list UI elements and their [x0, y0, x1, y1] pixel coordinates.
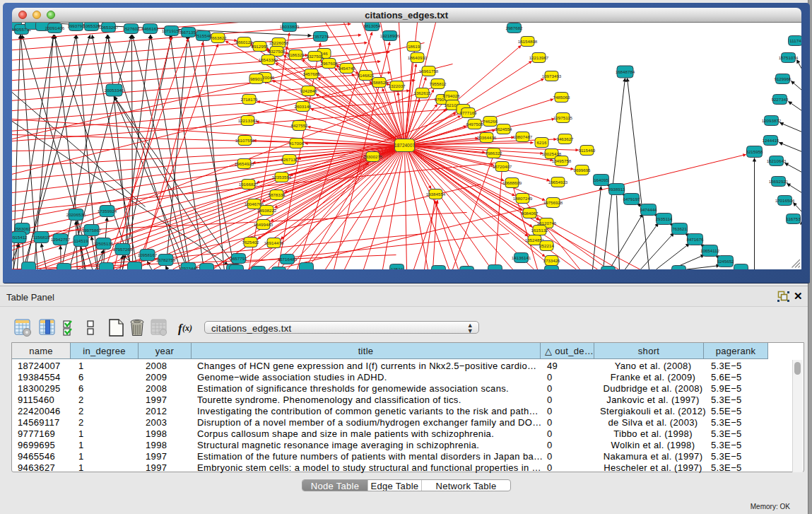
svg-text:2967608: 2967608	[320, 61, 338, 66]
svg-text:3915412: 3915412	[12, 235, 28, 240]
svg-text:19975867: 19975867	[81, 228, 101, 233]
svg-text:8427552: 8427552	[290, 123, 308, 128]
svg-text:10973493: 10973493	[541, 74, 561, 78]
svg-text:7955812: 7955812	[429, 81, 447, 86]
svg-text:19166827: 19166827	[238, 182, 258, 187]
svg-text:9327508: 9327508	[268, 49, 286, 54]
svg-text:1588520: 1588520	[370, 80, 388, 85]
svg-text:20206536: 20206536	[66, 212, 86, 217]
svg-text:1362615: 1362615	[413, 90, 431, 95]
svg-text:17359924: 17359924	[97, 209, 117, 214]
svg-text:12923446: 12923446	[178, 266, 198, 269]
svg-text:9227343: 9227343	[771, 97, 789, 102]
svg-text:12093872: 12093872	[761, 118, 781, 123]
svg-text:2603144: 2603144	[294, 104, 312, 109]
svg-text:6497508: 6497508	[466, 122, 483, 127]
svg-text:9115460: 9115460	[578, 148, 595, 153]
svg-text:9777169: 9777169	[459, 110, 477, 115]
svg-text:164095: 164095	[594, 177, 608, 182]
svg-text:19384554: 19384554	[425, 192, 445, 197]
svg-text:8813054: 8813054	[363, 23, 381, 28]
svg-text:11174: 11174	[789, 38, 801, 43]
svg-text:3215958: 3215958	[746, 149, 763, 154]
svg-text:16914479: 16914479	[264, 240, 283, 245]
svg-text:12213363: 12213363	[237, 118, 257, 123]
svg-text:18807249: 18807249	[512, 196, 532, 201]
svg-text:16107556: 16107556	[235, 138, 254, 143]
svg-text:12942757: 12942757	[50, 237, 70, 242]
svg-text:7485063: 7485063	[553, 95, 570, 100]
svg-text:17957265: 17957265	[112, 247, 132, 252]
svg-text:0699695: 0699695	[573, 168, 591, 173]
svg-text:15226058: 15226058	[269, 40, 288, 45]
svg-text:16499483: 16499483	[253, 222, 273, 227]
svg-text:10653267: 10653267	[98, 25, 118, 30]
svg-text:1156819: 1156819	[33, 235, 49, 240]
svg-text:16210643: 16210643	[766, 158, 786, 163]
svg-text:1527602: 1527602	[122, 26, 140, 31]
svg-text:16543382: 16543382	[258, 57, 278, 62]
svg-text:12524: 12524	[390, 267, 403, 269]
svg-text:10807487: 10807487	[512, 134, 532, 139]
svg-text:114519: 114519	[73, 238, 88, 243]
svg-text:8471676: 8471676	[686, 237, 704, 242]
svg-text:116753: 116753	[786, 216, 801, 221]
svg-text:417006: 417006	[289, 141, 304, 146]
svg-text:7357274: 7357274	[312, 34, 329, 39]
svg-text:16154808: 16154808	[517, 39, 537, 44]
svg-text:1322037: 1322037	[388, 83, 406, 88]
svg-text:2718179: 2718179	[240, 97, 258, 102]
svg-text:16120746: 16120746	[536, 221, 556, 226]
svg-text:16033809: 16033809	[279, 24, 299, 29]
svg-text:20053346: 20053346	[104, 88, 124, 93]
svg-text:10688609: 10688609	[502, 180, 522, 185]
svg-text:(x): (x)	[182, 323, 192, 333]
svg-text:16848784: 16848784	[615, 69, 635, 74]
svg-text:14938222: 14938222	[257, 208, 276, 213]
svg-text:3267130: 3267130	[281, 157, 298, 162]
svg-text:7625402: 7625402	[242, 240, 259, 245]
svg-text:7663822: 7663822	[209, 35, 227, 40]
svg-text:2935114: 2935114	[655, 216, 672, 221]
svg-text:20091406: 20091406	[45, 25, 64, 30]
svg-text:9129966: 9129966	[774, 76, 792, 81]
svg-text:3624554: 3624554	[495, 127, 512, 132]
svg-text:252214: 252214	[539, 243, 554, 248]
svg-text:9474444: 9474444	[640, 207, 657, 212]
svg-text:17016504: 17016504	[775, 198, 794, 203]
svg-text:8186323: 8186323	[287, 52, 305, 57]
svg-text:9327501: 9327501	[306, 54, 324, 59]
svg-text:9146821: 9146821	[357, 73, 375, 78]
svg-text:12505135: 12505135	[93, 241, 113, 246]
svg-text:19756928: 19756928	[543, 200, 563, 205]
svg-text:9463627: 9463627	[556, 136, 574, 141]
svg-text:9242848: 9242848	[300, 88, 317, 93]
svg-text:23300275: 23300275	[363, 154, 382, 159]
svg-text:1733426: 1733426	[543, 258, 560, 263]
svg-text:746266: 746266	[483, 119, 498, 124]
svg-text:12975115: 12975115	[553, 115, 572, 120]
svg-text:18640910: 18640910	[407, 55, 427, 60]
svg-text:9245652: 9245652	[717, 259, 734, 264]
svg-text:9245612: 9245612	[670, 268, 688, 269]
svg-text:763621: 763621	[672, 226, 687, 231]
svg-text:6216: 6216	[536, 140, 546, 145]
svg-text:6466161: 6466161	[141, 26, 159, 31]
svg-text:8938913: 8938913	[608, 187, 625, 192]
svg-text:12353594: 12353594	[271, 175, 291, 180]
svg-text:5878334: 5878334	[268, 192, 286, 197]
svg-text:14136141: 14136141	[511, 255, 531, 260]
svg-text:8660123: 8660123	[235, 40, 253, 45]
svg-text:15751074: 15751074	[778, 55, 798, 60]
svg-text:10025438: 10025438	[541, 151, 561, 156]
svg-text:16782759: 16782759	[155, 257, 175, 262]
svg-text:19218906: 19218906	[379, 33, 399, 38]
svg-text:20364436: 20364436	[476, 135, 496, 140]
svg-text:10654112: 10654112	[700, 248, 719, 253]
svg-text:10046766: 10046766	[244, 201, 264, 206]
svg-text:19654923: 19654923	[234, 161, 254, 166]
svg-text:6479197: 6479197	[623, 197, 640, 201]
svg-text:6794028: 6794028	[442, 93, 460, 98]
svg-text:3454749: 3454749	[338, 66, 355, 71]
svg-text:9084067: 9084067	[521, 211, 539, 216]
